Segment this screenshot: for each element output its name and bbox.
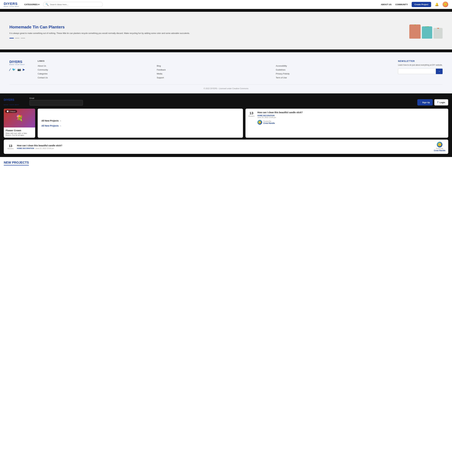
logo: DIYERS MAKE YOUR BEST xyxy=(4,2,19,7)
can-orange: 🌵 xyxy=(409,25,421,39)
qa-avatar: 🙂 xyxy=(257,120,262,125)
dark-logo: DIYERS MAKE YOUR BEST xyxy=(4,98,26,106)
chevron-down-icon: ▾ xyxy=(38,3,39,6)
all-new-projects-box: All New Projects → All New Projects → xyxy=(38,109,243,138)
youtube-icon[interactable]: ▶ xyxy=(23,68,25,71)
twitter-icon[interactable]: 🐦 xyxy=(12,68,15,71)
footer: DIYERS MAKE YOUR BEST 𝒻 🐦 📷 ▶ LINKS Abou… xyxy=(0,52,452,94)
flower-emoji: 💐 xyxy=(15,114,23,122)
hero-image: 🌵 🌿 🪴 xyxy=(235,25,443,39)
hero-title: Homemade Tin Can Planters xyxy=(9,25,190,29)
new-projects-section: NEW PROJECTS xyxy=(0,157,452,169)
nav-links: ABOUT US COMMUNITY Create Project 🔔 🙂 xyxy=(381,2,448,7)
footer-link-contact[interactable]: Contact Us xyxy=(38,76,154,79)
qa-poster: 🙂 Posted By Crow Handle xyxy=(257,120,303,125)
search-icon: 🔍 xyxy=(46,3,49,6)
create-project-button[interactable]: Create Project xyxy=(412,2,431,7)
top-black-banner xyxy=(0,9,452,12)
footer-link-feedback[interactable]: Feedback xyxy=(157,69,273,71)
search-input[interactable] xyxy=(50,3,100,6)
qa-answers-label: Answers xyxy=(248,115,255,117)
newsletter-input[interactable] xyxy=(398,69,436,74)
footer-link-about-us[interactable]: About Us xyxy=(38,65,154,67)
footer-socials: 𝒻 🐦 📷 ▶ xyxy=(9,68,31,71)
qa-posted-by: Posted By xyxy=(263,120,275,122)
hero-dot-3[interactable] xyxy=(21,38,25,39)
facebook-icon[interactable]: 𝒻 xyxy=(9,68,10,71)
qa-answers-count: 13 xyxy=(248,111,255,115)
footer-logo-col: DIYERS MAKE YOUR BEST 𝒻 🐦 📷 ▶ xyxy=(9,60,31,79)
hero-dot-2[interactable] xyxy=(15,38,20,39)
footer-link-accessibility[interactable]: Accessibility xyxy=(276,65,392,67)
logo-sub: MAKE YOUR BEST xyxy=(4,6,19,7)
facebook-login-icon: f xyxy=(437,101,438,104)
plant-icon-2: 🌿 xyxy=(425,26,429,27)
footer-link-community[interactable]: Community xyxy=(38,69,154,71)
project-card-image: 💐 🕐 3 Hours xyxy=(4,109,35,127)
qa-row-card: 13 Answers How can I clean this beautifu… xyxy=(4,140,448,154)
hero-dots xyxy=(9,38,190,39)
footer-links-col: LINKS About Us Blog Accessibility Commun… xyxy=(38,60,392,79)
footer-link-guidelines[interactable]: Guidelines xyxy=(276,69,392,71)
project-card-body: Flower Crown Make with real, wild, or fa… xyxy=(4,127,35,138)
dark-auth-btns: f Sign Up f Login xyxy=(417,99,448,106)
footer-link-blog[interactable]: Blog xyxy=(157,65,273,67)
categories-button[interactable]: CATEGORIES ▾ xyxy=(23,3,41,6)
notification-icon[interactable]: 🔔 xyxy=(435,2,439,6)
clock-icon: 🕐 xyxy=(7,110,9,112)
footer-newsletter: NEWSLETTER Learn how to do just about ev… xyxy=(398,60,443,79)
login-button[interactable]: f Login xyxy=(434,99,448,106)
project-card-title: Flower Crown xyxy=(6,129,33,132)
qa-row-date: June 23, 2022 13:56 pm xyxy=(35,147,54,149)
logo-text: DIYERS xyxy=(4,2,19,6)
footer-link-privacy[interactable]: Privacy Policity xyxy=(276,73,392,75)
instagram-icon[interactable]: 📷 xyxy=(17,68,21,71)
hero-description: It is always great to make something out… xyxy=(9,32,190,35)
dark-content: 💐 🕐 3 Hours Flower Crown Make with real,… xyxy=(4,109,448,138)
newsletter-form: → xyxy=(398,69,443,74)
project-time-badge: 🕐 3 Hours xyxy=(5,110,17,113)
qa-row-meta: HOME DECORATION June 23, 2022 13:56 pm xyxy=(17,147,432,149)
hero-text-block: Homemade Tin Can Planters It is always g… xyxy=(9,25,190,39)
qa-row-handle[interactable]: Crow Handle xyxy=(434,149,445,152)
footer-link-support[interactable]: Support xyxy=(157,76,273,79)
dark-email-section: Email xyxy=(29,97,83,106)
about-us-link[interactable]: ABOUT US xyxy=(381,3,392,6)
search-bar: 🔍 xyxy=(43,2,103,7)
qa-row-body: How can I clean this beautiful candle st… xyxy=(17,144,432,149)
project-card: 💐 🕐 3 Hours Flower Crown Make with real,… xyxy=(4,109,35,138)
footer-link-categories[interactable]: Categories xyxy=(38,73,154,75)
footer-top: DIYERS MAKE YOUR BEST 𝒻 🐦 📷 ▶ LINKS Abou… xyxy=(9,60,443,79)
footer-link-media[interactable]: Media xyxy=(157,73,273,75)
email-input[interactable] xyxy=(29,100,83,106)
qa-row-label: Answers xyxy=(7,148,14,149)
footer-copyright: © 2022 DIYERS - Licensed under Creative … xyxy=(9,84,443,90)
project-card-desc: Make with real, wild, or fake flowers. F… xyxy=(6,132,33,136)
qa-row-posted-by-label: Posted By xyxy=(436,148,443,149)
footer-logo: DIYERS MAKE YOUR BEST xyxy=(9,60,31,65)
hero-section: Homemade Tin Can Planters It is always g… xyxy=(0,12,452,49)
footer-link-terms[interactable]: Term of Use xyxy=(276,76,392,79)
qa-row-category[interactable]: HOME DECORATION xyxy=(17,147,34,149)
qa-row-answers-count: 13 xyxy=(7,144,14,148)
qa-row-count: 13 Answers xyxy=(7,144,14,149)
footer-links-grid: About Us Blog Accessibility Community Fe… xyxy=(38,65,392,79)
qa-handle[interactable]: Crow Handle xyxy=(263,122,275,124)
qa-category[interactable]: HOME DECORATION xyxy=(257,115,303,116)
avatar[interactable]: 🙂 xyxy=(443,2,448,7)
navbar: DIYERS MAKE YOUR BEST CATEGORIES ▾ 🔍 ABO… xyxy=(0,0,452,9)
community-link[interactable]: COMMUNITY xyxy=(395,3,408,6)
hero-dot-1[interactable] xyxy=(9,38,14,39)
dark-section: DIYERS MAKE YOUR BEST Email f Sign Up f … xyxy=(0,94,452,157)
newsletter-submit-button[interactable]: → xyxy=(436,69,443,74)
all-new-projects-link-blue[interactable]: All New Projects → xyxy=(41,125,61,127)
qa-date: June 23, 2022 13:56 pm xyxy=(257,116,303,118)
all-new-projects-link-dark[interactable]: All New Projects → xyxy=(41,120,61,122)
signup-button[interactable]: f Sign Up xyxy=(417,99,433,106)
can-gray: 🪴 xyxy=(433,28,443,39)
qa-card-big: 13 Answers How can I clean this beautifu… xyxy=(246,109,448,138)
tin-cans-visual: 🌵 🌿 🪴 xyxy=(409,25,443,39)
can-teal: 🌿 xyxy=(422,26,432,39)
bottom-black-banner xyxy=(0,49,452,52)
qa-row-avatar: 🙂 xyxy=(437,142,442,147)
